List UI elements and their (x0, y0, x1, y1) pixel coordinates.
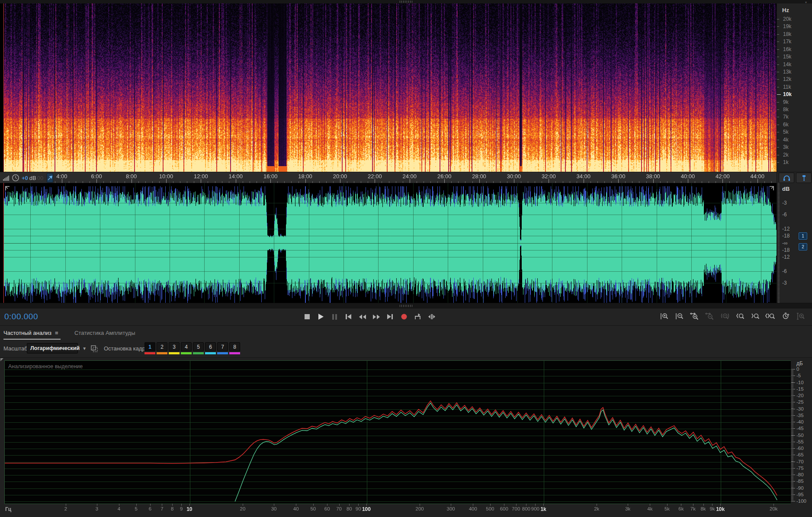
x-tick (296, 504, 296, 506)
skip-to-start-button[interactable] (343, 311, 353, 322)
x-tick (66, 504, 66, 506)
amplitude-axis[interactable]: dB -3-6-12-18-∞-18-12-6-3 1 2 (777, 183, 812, 303)
x-tick (650, 504, 650, 506)
x-tick-label: 600 (500, 506, 508, 511)
zoom-in-vertical-button[interactable] (659, 312, 670, 321)
panel-resize-corner[interactable] (0, 358, 3, 361)
copy-to-clipboard-icon[interactable] (90, 344, 99, 355)
ruler-toolbar: +0dB00 (0, 172, 51, 183)
x-tick (628, 504, 628, 506)
db-tick-label: -3 (782, 280, 787, 286)
zoom-out-horizontal-button[interactable] (705, 312, 715, 321)
rewind-button[interactable] (357, 311, 367, 322)
y-tick-label: -75 (796, 466, 804, 471)
frame-hold-button-8[interactable]: 8 (229, 342, 240, 354)
x-tick (274, 504, 274, 506)
y-tick-label: -95 (796, 492, 804, 497)
tab-label: Статистика Амплитуды (74, 330, 135, 336)
freq-tick (777, 155, 779, 155)
maximize-panel-icon[interactable] (5, 185, 10, 193)
frame-hold-color (205, 352, 216, 354)
x-tick-label: 200 (416, 506, 424, 511)
scrollbar-grip[interactable] (400, 305, 413, 307)
x-tick (703, 504, 704, 506)
zoom-out-vertical-button[interactable] (674, 312, 685, 321)
zoom-reset-button[interactable] (720, 312, 730, 321)
scrollbar-grip[interactable] (400, 1, 413, 3)
playhead[interactable] (3, 183, 4, 303)
frame-hold-button-6[interactable]: 6 (205, 342, 216, 354)
active-tab-underline (3, 339, 61, 340)
frame-hold-button-1[interactable]: 1 (144, 342, 155, 354)
x-tick-label: 8 (171, 506, 173, 511)
tab-frequency-analysis[interactable]: Частотный анализ ≡ (3, 330, 58, 336)
record-button[interactable] (399, 311, 409, 322)
y-tick-label: 0 (796, 366, 799, 372)
timeline-ruler[interactable]: 4:006:008:0010:0012:0014:0016:0018:0020:… (0, 172, 812, 184)
panel-menu-icon[interactable]: ≡ (55, 330, 58, 336)
time-label: 6:00 (91, 173, 102, 180)
x-tick-label: 6k (678, 506, 684, 511)
zoom-timed-button[interactable] (780, 312, 791, 321)
skip-selection-button[interactable] (427, 311, 436, 322)
gain-readout[interactable]: +0dB00 (22, 175, 43, 181)
zoom-selection-button[interactable] (765, 312, 776, 321)
x-tick (535, 504, 536, 506)
frame-hold-button-4[interactable]: 4 (181, 342, 192, 354)
marker-pin-button[interactable] (796, 173, 812, 183)
frame-hold-color (229, 352, 240, 354)
zoom-in-in-point-button[interactable] (735, 312, 745, 321)
spectrogram[interactable] (3, 3, 777, 172)
time-clock-icon[interactable] (12, 174, 19, 182)
x-tick (358, 504, 359, 506)
monitor-headphones-button[interactable] (779, 173, 794, 183)
frame-hold-button-2[interactable]: 2 (157, 342, 167, 354)
levels-meter-icon[interactable] (3, 175, 10, 181)
playhead[interactable] (3, 3, 4, 172)
x-tick-label: 9k (709, 506, 715, 511)
freq-tick-label: 20k (783, 16, 791, 22)
x-tick-label: 1k (540, 506, 546, 512)
time-label: 34:00 (577, 173, 591, 180)
maximize-panel-icon[interactable] (769, 185, 774, 193)
stop-button[interactable] (302, 311, 312, 322)
gain-unit: dB (29, 175, 36, 181)
loop-playback-button[interactable] (413, 311, 423, 322)
current-time-display[interactable]: 0:00.000 (4, 312, 38, 321)
x-tick-label: 2 (64, 506, 67, 511)
x-tick (420, 504, 420, 506)
frame-hold-button-7[interactable]: 7 (217, 342, 228, 354)
waveform-panel[interactable]: dB -3-6-12-18-∞-18-12-6-3 1 2 (0, 183, 812, 303)
x-tick-label: 3 (96, 506, 98, 511)
frequency-axis[interactable]: Hz 1k2k3k4k5k6k7k8k9k10k11k12k13k14k15k1… (777, 3, 812, 172)
skip-to-end-button[interactable] (385, 311, 395, 322)
freq-tick (777, 49, 779, 50)
tab-amplitude-statistics[interactable]: Статистика Амплитуды (74, 330, 135, 336)
time-label: 22:00 (368, 173, 382, 180)
time-label: 42:00 (716, 173, 730, 180)
freq-tick-label: 9k (783, 99, 789, 105)
x-tick-label: 700 (512, 506, 520, 511)
zoom-full-button[interactable] (796, 312, 806, 321)
x-tick-label: 800 (522, 506, 530, 511)
fast-forward-button[interactable] (371, 311, 381, 322)
time-label: 8:00 (126, 173, 137, 180)
channel-1-badge[interactable]: 1 (799, 232, 807, 240)
frame-hold-button-3[interactable]: 3 (169, 342, 180, 354)
frame-hold-color (217, 352, 228, 354)
frequency-analysis-plot[interactable]: Анализированное выделение (4, 360, 792, 504)
scale-select[interactable]: Логарифмический ▼ (27, 343, 78, 353)
pause-button[interactable] (330, 311, 340, 322)
spectral-display-panel[interactable]: Hz 1k2k3k4k5k6k7k8k9k10k11k12k13k14k15k1… (0, 3, 812, 172)
x-tick-label: 80 (347, 506, 352, 511)
zoom-in-out-point-button[interactable] (750, 312, 761, 321)
play-button[interactable] (316, 311, 326, 322)
zoom-in-horizontal-button[interactable] (690, 312, 700, 321)
x-tick-label: 5 (135, 506, 137, 511)
pin-playhead-button[interactable] (47, 173, 53, 183)
frame-hold-button-5[interactable]: 5 (193, 342, 204, 354)
waveform-display[interactable] (3, 183, 777, 303)
x-tick-label: 4 (118, 506, 120, 511)
channel-2-badge[interactable]: 2 (799, 243, 807, 250)
x-tick (172, 504, 173, 506)
